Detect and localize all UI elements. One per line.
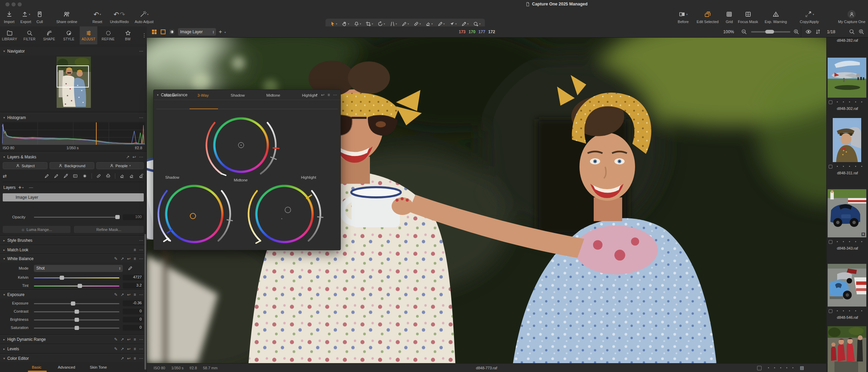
highlight-lightness-marker[interactable] — [318, 217, 323, 217]
zoom-slider[interactable] — [751, 31, 790, 33]
straighten-tool[interactable]: ▾ — [390, 21, 397, 27]
menu-icon[interactable]: ≡ — [134, 248, 136, 252]
more-icon[interactable]: ⋯ — [139, 115, 143, 120]
tint-value[interactable]: 3.2 — [123, 283, 144, 289]
reset-icon[interactable]: ↩ — [321, 93, 324, 97]
eye-icon[interactable] — [805, 28, 812, 35]
more-icon[interactable]: ⋯ — [333, 93, 337, 97]
midtone-lightness-marker[interactable] — [273, 148, 279, 149]
tab-adjust[interactable]: ADJUST — [80, 26, 97, 44]
thumbnail-rating-row[interactable] — [827, 165, 868, 168]
layer-row-image-layer[interactable]: Image Layer — [3, 193, 144, 201]
expand-icon[interactable]: ↗ — [121, 347, 124, 351]
mask-people-button[interactable]: People ▾ — [96, 162, 144, 169]
filmstrip-thumbnail-airplane[interactable] — [828, 58, 866, 98]
refine-mask-button[interactable]: Refine Mask... — [74, 226, 144, 233]
remove-layer-button[interactable]: — — [29, 185, 33, 190]
loupe-tool[interactable]: ▾ — [354, 21, 361, 27]
cb-tab-shadow[interactable]: Shadow — [231, 93, 245, 97]
heal-tool[interactable]: ▾ — [413, 21, 421, 27]
rating-dot[interactable] — [780, 367, 781, 368]
tab-overflow-menu[interactable]: ⋮ — [142, 33, 147, 38]
erase-mask-icon[interactable] — [119, 173, 125, 179]
menu-icon[interactable]: ≡ — [134, 256, 136, 261]
tint-slider[interactable] — [34, 286, 119, 287]
tab-filter[interactable]: FILTER — [21, 26, 38, 44]
zoom-out-icon[interactable] — [741, 28, 747, 35]
mask-background-button[interactable]: Background — [50, 162, 94, 169]
more-icon[interactable]: ⋯ — [139, 155, 143, 159]
pick-color-tool[interactable]: ▾ — [449, 21, 457, 27]
thumbnail-rating-row[interactable] — [827, 309, 868, 313]
color-editor-tab-advanced[interactable]: Advanced — [58, 365, 75, 369]
cull-button[interactable]: Cull — [36, 10, 43, 24]
color-editor-header[interactable]: ▾ Color Editor ↗ ↩ ≡ ⋯ — [0, 354, 146, 362]
menu-icon[interactable]: ≡ — [134, 347, 136, 351]
brightness-value[interactable]: 0 — [123, 317, 144, 322]
expand-icon[interactable]: ↗ — [121, 337, 124, 342]
edit-selected-button[interactable]: Edit Selected — [697, 10, 719, 24]
grid-button[interactable]: Grid — [726, 10, 733, 24]
exposure-header[interactable]: ▾ Exposure ✎ ↗ ↩ ≡ ⋯ — [0, 290, 146, 298]
before-button[interactable]: ▾ Before — [678, 10, 689, 24]
picker-icon[interactable]: ✎ — [114, 292, 118, 297]
brightness-slider[interactable] — [34, 319, 119, 320]
reset-button[interactable]: ↶▾ Reset — [93, 10, 102, 24]
picker-icon[interactable]: ✎ — [114, 337, 118, 342]
shadow-lightness-marker[interactable] — [227, 220, 233, 221]
draw-mask-icon[interactable] — [44, 173, 50, 179]
copy-apply-button[interactable]: ▾ Copy/Apply — [800, 10, 819, 24]
contrast-slider-handle[interactable] — [75, 310, 79, 314]
expand-icon[interactable]: ↗ — [121, 256, 124, 261]
histogram-header[interactable]: ▾ Histogram ⋯ — [0, 113, 146, 121]
filmstrip-thumbnail-soldier[interactable] — [833, 118, 861, 162]
color-editor-tab-basic[interactable]: Basic — [32, 365, 41, 369]
rotate-tool[interactable]: ▾ — [377, 21, 385, 27]
share-online-button[interactable]: Share online — [56, 10, 77, 24]
clone-tool[interactable]: ▾ — [437, 21, 445, 27]
magic-eraser-icon[interactable] — [129, 173, 134, 179]
menu-icon[interactable]: ≡ — [134, 292, 136, 297]
contrast-slider[interactable] — [34, 311, 119, 312]
magic-brush-icon[interactable] — [54, 173, 59, 179]
highlight-saturation-arc[interactable] — [249, 191, 260, 241]
ai-brush-icon[interactable]: AI — [63, 173, 68, 179]
add-layer-button[interactable]: +▾ — [18, 184, 23, 191]
pick-checkbox[interactable] — [829, 309, 832, 313]
my-capture-one-button[interactable]: My Capture One — [838, 10, 866, 24]
menu-icon[interactable]: ≡ — [328, 93, 330, 97]
exposure-slider-handle[interactable] — [71, 301, 75, 306]
clone-stamp-icon[interactable] — [105, 173, 111, 179]
expand-icon[interactable]: ↗ — [126, 155, 130, 159]
menu-icon[interactable]: ≡ — [134, 337, 136, 342]
shadow-lightness-arc[interactable] — [218, 191, 230, 241]
thumbnail-rating-row[interactable] — [827, 100, 868, 104]
add-layer-chevron[interactable]: ▾ — [224, 31, 226, 34]
zoom-in-icon[interactable] — [793, 28, 800, 35]
pick-checkbox[interactable] — [829, 165, 832, 169]
saturation-slider-handle[interactable] — [75, 326, 79, 330]
select-tool[interactable]: ▾ — [330, 21, 337, 27]
pick-checkbox[interactable] — [829, 240, 832, 244]
reset-icon[interactable]: ↩ — [133, 155, 136, 159]
rating-dot[interactable] — [768, 367, 769, 368]
tab-bw[interactable]: BW — [119, 26, 137, 44]
exposure-value[interactable]: -0.36 — [123, 300, 144, 306]
color-editor-tab-skin-tone[interactable]: Skin Tone — [90, 365, 107, 369]
more-icon[interactable]: ⋯ — [139, 238, 143, 243]
picker-icon[interactable]: ✎ — [114, 347, 118, 351]
expand-icon[interactable]: ↗ — [121, 292, 124, 297]
multi-view-icon[interactable] — [151, 28, 158, 35]
crop-tool[interactable]: ▾ — [366, 21, 373, 27]
opacity-slider-handle[interactable] — [115, 215, 120, 219]
picker-icon[interactable]: ✎ — [114, 256, 118, 261]
match-look-header[interactable]: ▸ Match Look ≡⋯ — [0, 246, 146, 254]
zoom-window-button[interactable] — [18, 2, 22, 6]
reset-icon[interactable]: ↩ — [127, 292, 131, 297]
layers-masks-header[interactable]: ▾ Layers & Masks ↗ ↩ ⋯ — [0, 153, 146, 161]
pick-checkbox[interactable] — [757, 366, 762, 370]
saturation-slider[interactable] — [34, 328, 119, 329]
erase-mask-tool[interactable]: ▾ — [425, 21, 433, 27]
sort-icon[interactable] — [815, 28, 821, 35]
navigator-header[interactable]: ▾ Navigator ⋯ — [0, 47, 146, 55]
